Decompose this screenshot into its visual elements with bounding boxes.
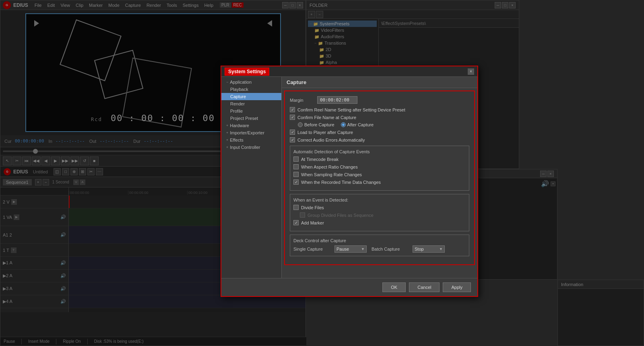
add-marker-row: Add Marker (293, 220, 466, 225)
sampling-rate-row: When Sampling Rate Changes (293, 172, 466, 177)
nav-label-render: Render (230, 101, 245, 106)
capture-timing-row: Before Capture After Capture (298, 122, 469, 127)
nav-label-playback: Playback (230, 87, 248, 92)
nav-label-profile: Profile (230, 109, 243, 113)
margin-input[interactable] (317, 96, 357, 104)
add-marker-label: Add Marker (301, 220, 324, 225)
after-capture-radio[interactable] (341, 122, 346, 127)
nav-label-capture: Capture (230, 94, 246, 99)
confirm-file-row: Confirm File Name at Capture (290, 115, 469, 120)
sampling-rate-checkbox[interactable] (293, 172, 299, 177)
single-capture-dropdown[interactable]: Pause ▼ (334, 245, 367, 253)
divide-files-label: Divide Files (301, 205, 324, 210)
nav-importer[interactable]: + Importer/Exporter (221, 129, 281, 136)
nav-label-importer: Importer/Exporter (230, 130, 264, 135)
dialog-buttons: OK Cancel Apply (221, 278, 477, 296)
system-settings-dialog: System Settings × − Application Playback… (221, 66, 478, 297)
cancel-button[interactable]: Cancel (409, 282, 440, 292)
nav-arrow-app: − (226, 80, 228, 84)
dialog-title-bar: System Settings × (221, 66, 477, 77)
load-player-label: Load to Player after Capture (297, 130, 353, 135)
nav-effects[interactable]: + Effects (221, 136, 281, 144)
add-marker-checkbox[interactable] (293, 220, 299, 225)
nav-capture[interactable]: Capture (221, 93, 281, 100)
batch-capture-dropdown[interactable]: Stop ▼ (413, 245, 445, 253)
deck-row: Single Capture Pause ▼ Batch Capture Sto… (293, 245, 466, 253)
dialog-close-button[interactable]: × (468, 68, 474, 75)
nav-label-effects: Effects (230, 138, 243, 142)
load-player-checkbox[interactable] (290, 130, 295, 135)
batch-capture-value: Stop (415, 247, 424, 251)
after-capture-label: After Capture (347, 122, 374, 127)
auto-detect-title: Automatic Detection of Capture Events (293, 149, 466, 154)
nav-arrow-ic: + (226, 145, 228, 149)
when-detected-title: When an Event is Detected: (293, 198, 466, 202)
dialog-body: − Application Playback Capture Render Pr… (221, 77, 477, 278)
nav-project-preset[interactable]: Project Preset (221, 115, 281, 122)
aspect-ratio-row: When Aspect Ratio Changes (293, 164, 466, 169)
confirm-reel-row: Confirm Reel Name Setting after Setting … (290, 107, 469, 112)
nav-hardware[interactable]: + Hardware (221, 122, 281, 129)
before-capture-group: Before Capture (298, 122, 334, 127)
sampling-rate-label: When Sampling Rate Changes (301, 172, 362, 177)
aspect-ratio-checkbox[interactable] (293, 164, 299, 169)
nav-label-app: Application (230, 80, 252, 84)
timecode-break-checkbox[interactable] (293, 157, 299, 162)
timecode-break-row: At Timecode Break (293, 157, 466, 162)
nav-label-hardware: Hardware (230, 123, 249, 128)
recorded-time-checkbox[interactable] (293, 179, 299, 185)
load-player-row: Load to Player after Capture (290, 130, 469, 135)
deck-control-section: Deck Control after Capture Single Captur… (290, 235, 469, 256)
nav-label-project-preset: Project Preset (230, 116, 258, 121)
margin-label: Margin (290, 98, 314, 103)
confirm-file-label: Confirm File Name at Capture (297, 115, 356, 120)
nav-render[interactable]: Render (221, 100, 281, 107)
before-capture-label: Before Capture (304, 122, 334, 127)
auto-detect-section: Automatic Detection of Capture Events At… (290, 146, 469, 191)
single-capture-value: Pause (336, 247, 349, 251)
group-divided-row: Group Divided Files as Sequence (300, 212, 466, 218)
timecode-break-label: At Timecode Break (301, 157, 339, 162)
nav-arrow-eff: + (226, 138, 228, 142)
confirm-file-checkbox[interactable] (290, 115, 295, 120)
dialog-content: Capture Margin Confirm Reel Name Setting… (282, 77, 477, 278)
single-capture-label: Single Capture (293, 247, 330, 251)
nav-label-input-controller: Input Controller (230, 145, 260, 150)
content-body: Margin Confirm Reel Name Setting after S… (284, 91, 475, 265)
batch-capture-arrow: ▼ (439, 247, 443, 251)
nav-application[interactable]: − Application (221, 78, 281, 86)
before-capture-radio[interactable] (298, 122, 303, 127)
divide-files-row: Divide Files (293, 205, 466, 210)
after-capture-group: After Capture (341, 122, 374, 127)
margin-row: Margin (290, 96, 469, 104)
aspect-ratio-label: When Aspect Ratio Changes (301, 165, 358, 169)
correct-audio-row: Correct Audio Errors Automatically (290, 137, 469, 142)
when-detected-section: When an Event is Detected: Divide Files … (290, 194, 469, 231)
divide-files-checkbox[interactable] (293, 205, 299, 210)
recorded-time-label: When the Recorded Time Data Changes (301, 180, 381, 185)
nav-arrow-imp: + (226, 131, 228, 135)
group-divided-checkbox[interactable] (300, 212, 305, 218)
group-divided-label: Group Divided Files as Sequence (308, 213, 374, 218)
dialog-title: System Settings (225, 68, 269, 76)
single-capture-arrow: ▼ (361, 247, 365, 251)
deck-control-title: Deck Control after Capture (293, 238, 466, 243)
batch-capture-label: Batch Capture (372, 247, 408, 251)
apply-button[interactable]: Apply (443, 282, 471, 292)
nav-playback[interactable]: Playback (221, 86, 281, 93)
correct-audio-label: Correct Audio Errors Automatically (297, 138, 365, 142)
confirm-reel-checkbox[interactable] (290, 107, 295, 112)
confirm-reel-label: Confirm Reel Name Setting after Setting … (297, 107, 405, 112)
ok-button[interactable]: OK (382, 282, 406, 292)
content-title: Capture (282, 77, 477, 88)
nav-input-controller[interactable]: + Input Controller (221, 144, 281, 151)
recorded-time-row: When the Recorded Time Data Changes (293, 179, 466, 185)
nav-profile[interactable]: Profile (221, 107, 281, 115)
correct-audio-checkbox[interactable] (290, 137, 295, 142)
dialog-nav: − Application Playback Capture Render Pr… (221, 77, 282, 278)
nav-arrow-hw: + (226, 124, 228, 128)
